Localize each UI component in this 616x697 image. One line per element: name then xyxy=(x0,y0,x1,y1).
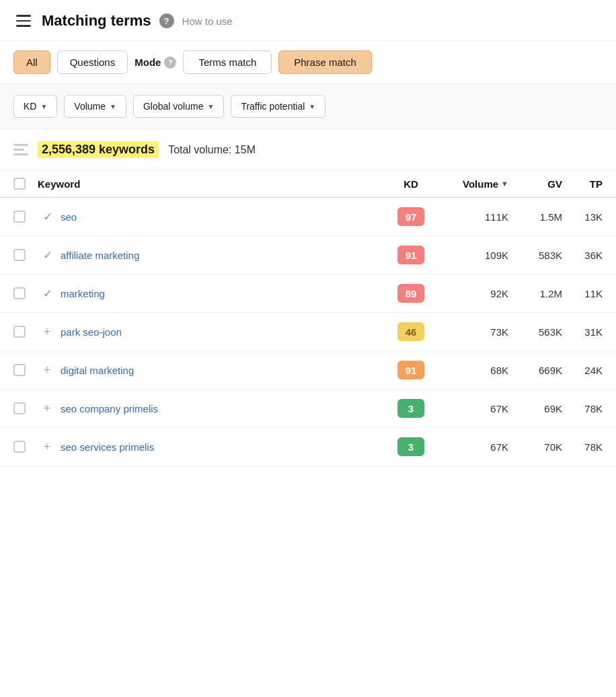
action-icon-5: + xyxy=(44,402,51,416)
row-checkbox-2 xyxy=(13,287,38,299)
gv-cell-5: 69K xyxy=(508,403,562,414)
kd-pill-3: 46 xyxy=(397,322,424,341)
keywords-table: Keyword KD Volume ▼ GV TP ✓ seo 97 111K … xyxy=(0,171,616,466)
kd-filter[interactable]: KD ▼ xyxy=(13,95,57,118)
global-volume-chevron-icon: ▼ xyxy=(207,103,214,110)
action-icon-1: ✓ xyxy=(43,249,52,262)
table-row: ✓ affiliate marketing 91 109K 583K 36K xyxy=(0,236,616,274)
table-row: + park seo-joon 46 73K 563K 31K xyxy=(0,313,616,351)
traffic-potential-filter[interactable]: Traffic potential ▼ xyxy=(231,95,325,118)
row-checkbox-input-4[interactable] xyxy=(13,364,26,376)
volume-chevron-icon: ▼ xyxy=(110,103,116,110)
table-row: + digital marketing 91 68K 669K 24K xyxy=(0,351,616,390)
phrase-match-button[interactable]: Phrase match xyxy=(278,50,372,74)
questions-button[interactable]: Questions xyxy=(57,50,128,74)
keyword-link-0[interactable]: seo xyxy=(56,211,387,223)
kd-pill-5: 3 xyxy=(397,399,424,418)
row-checkbox-3 xyxy=(13,326,38,338)
filter-bar: KD ▼ Volume ▼ Global volume ▼ Traffic po… xyxy=(0,84,616,129)
kd-badge-2: 89 xyxy=(387,284,434,303)
select-all-checkbox[interactable] xyxy=(13,178,26,190)
keyword-link-6[interactable]: seo services primelis xyxy=(56,441,387,453)
table-row: ✓ marketing 89 92K 1.2M 11K xyxy=(0,274,616,313)
gv-cell-4: 669K xyxy=(508,365,562,376)
volume-cell-0: 111K xyxy=(434,211,508,223)
volume-cell-4: 68K xyxy=(434,365,508,376)
kd-badge-4: 91 xyxy=(387,361,434,379)
tp-cell-1: 36K xyxy=(562,250,603,261)
lines-icon xyxy=(13,144,28,155)
kd-column-header: KD xyxy=(387,178,434,190)
tp-cell-5: 78K xyxy=(562,403,603,414)
keyword-link-1[interactable]: affiliate marketing xyxy=(56,250,387,261)
volume-cell-2: 92K xyxy=(434,288,508,299)
traffic-chevron-icon: ▼ xyxy=(309,103,315,110)
row-action-5[interactable]: + xyxy=(38,402,56,416)
tp-cell-6: 78K xyxy=(562,441,603,453)
row-checkbox-1 xyxy=(13,249,38,261)
volume-cell-5: 67K xyxy=(434,403,508,414)
header-checkbox-col xyxy=(13,178,38,190)
gv-cell-2: 1.2M xyxy=(508,288,562,299)
row-checkbox-input-5[interactable] xyxy=(13,402,26,414)
action-icon-3: + xyxy=(44,325,51,339)
global-volume-filter[interactable]: Global volume ▼ xyxy=(133,95,224,118)
row-action-0[interactable]: ✓ xyxy=(38,211,56,223)
header-help-icon[interactable]: ? xyxy=(159,13,174,28)
gv-cell-1: 583K xyxy=(508,250,562,261)
volume-cell-6: 67K xyxy=(434,441,508,453)
table-header: Keyword KD Volume ▼ GV TP xyxy=(0,171,616,198)
total-volume: Total volume: 15M xyxy=(168,144,256,156)
row-checkbox-input-1[interactable] xyxy=(13,249,26,261)
how-to-use-link[interactable]: How to use xyxy=(182,15,233,27)
kd-pill-4: 91 xyxy=(397,361,424,379)
stats-bar: 2,556,389 keywords Total volume: 15M xyxy=(0,129,616,171)
table-body: ✓ seo 97 111K 1.5M 13K ✓ affiliate marke… xyxy=(0,198,616,466)
action-icon-0: ✓ xyxy=(43,211,52,223)
row-checkbox-input-6[interactable] xyxy=(13,441,26,453)
menu-icon[interactable] xyxy=(13,12,34,30)
toolbar: All Questions Mode ? Terms match Phrase … xyxy=(0,41,616,84)
kd-pill-0: 97 xyxy=(397,207,424,226)
volume-column-header[interactable]: Volume ▼ xyxy=(434,178,508,190)
row-action-1[interactable]: ✓ xyxy=(38,249,56,262)
kd-pill-2: 89 xyxy=(397,284,424,303)
row-action-3[interactable]: + xyxy=(38,325,56,339)
table-row: + seo company primelis 3 67K 69K 78K xyxy=(0,390,616,428)
row-checkbox-input-3[interactable] xyxy=(13,326,26,338)
row-action-6[interactable]: + xyxy=(38,440,56,454)
keyword-link-4[interactable]: digital marketing xyxy=(56,365,387,376)
row-checkbox-input-2[interactable] xyxy=(13,287,26,299)
terms-match-button[interactable]: Terms match xyxy=(183,50,272,74)
mode-help-icon[interactable]: ? xyxy=(164,57,176,69)
row-checkbox-4 xyxy=(13,364,38,376)
kd-badge-1: 91 xyxy=(387,246,434,264)
keyword-link-2[interactable]: marketing xyxy=(56,288,387,299)
tp-cell-0: 13K xyxy=(562,211,603,223)
all-button[interactable]: All xyxy=(13,50,50,74)
row-checkbox-5 xyxy=(13,402,38,414)
gv-cell-3: 563K xyxy=(508,326,562,338)
kd-badge-0: 97 xyxy=(387,207,434,226)
volume-filter[interactable]: Volume ▼ xyxy=(64,95,126,118)
keyword-link-5[interactable]: seo company primelis xyxy=(56,403,387,414)
kd-badge-6: 3 xyxy=(387,437,434,456)
tp-cell-4: 24K xyxy=(562,365,603,376)
row-checkbox-0 xyxy=(13,211,38,223)
table-row: + seo services primelis 3 67K 70K 78K xyxy=(0,428,616,466)
header: Matching terms ? How to use xyxy=(0,0,616,41)
action-icon-6: + xyxy=(44,440,51,454)
kd-chevron-icon: ▼ xyxy=(40,103,47,110)
gv-cell-6: 70K xyxy=(508,441,562,453)
mode-label: Mode ? xyxy=(134,57,176,69)
row-checkbox-input-0[interactable] xyxy=(13,211,26,223)
keyword-link-3[interactable]: park seo-joon xyxy=(56,326,387,338)
keywords-count: 2,556,389 keywords xyxy=(38,141,159,158)
gv-column-header: GV xyxy=(508,178,562,190)
row-action-4[interactable]: + xyxy=(38,363,56,377)
tp-column-header: TP xyxy=(562,178,603,190)
row-action-2[interactable]: ✓ xyxy=(38,287,56,300)
gv-cell-0: 1.5M xyxy=(508,211,562,223)
volume-cell-1: 109K xyxy=(434,250,508,261)
tp-cell-3: 31K xyxy=(562,326,603,338)
